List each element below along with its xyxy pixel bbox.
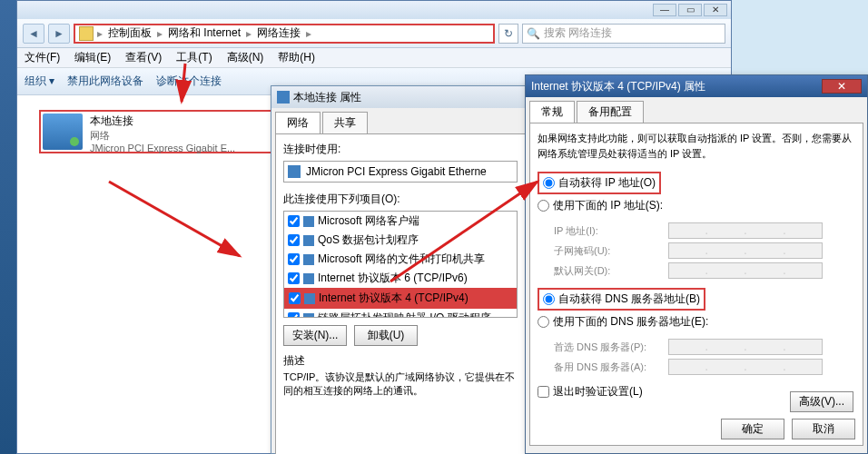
subnet-field[interactable]: ... — [668, 242, 823, 259]
local-connection-properties-dialog: 本地连接 属性 网络 共享 连接时使用: JMicron PCI Express… — [271, 85, 530, 454]
checkbox[interactable] — [288, 253, 300, 265]
connection-item[interactable]: 本地连接 网络 JMicron PCI Express Gigabit E... — [39, 110, 275, 153]
cancel-button[interactable]: 取消 — [792, 419, 855, 439]
items-label: 此连接使用下列项目(O): — [283, 192, 518, 207]
static-ip-radio-row[interactable]: 使用下面的 IP 地址(S): — [538, 196, 855, 215]
install-button[interactable]: 安装(N)... — [283, 325, 347, 346]
refresh-button[interactable]: ↻ — [498, 24, 518, 44]
auto-dns-radio-row[interactable]: 自动获得 DNS 服务器地址(B) — [538, 288, 705, 311]
tab-alternate[interactable]: 备用配置 — [577, 101, 644, 123]
item-label: Microsoft 网络的文件和打印机共享 — [318, 252, 485, 267]
gateway-field[interactable]: ... — [668, 262, 823, 279]
auto-dns-radio[interactable] — [543, 293, 555, 305]
menu-view[interactable]: 查看(V) — [125, 50, 162, 65]
connect-using-label: 连接时使用: — [283, 142, 518, 157]
protocol-icon — [304, 293, 315, 304]
adapter-icon — [288, 165, 301, 178]
dialog-titlebar: Internet 协议版本 4 (TCP/IPv4) 属性 ✕ — [526, 75, 867, 97]
search-input[interactable]: 🔍 搜索 网络连接 — [522, 24, 725, 44]
minimize-button[interactable]: — — [653, 4, 676, 16]
menu-bar: 文件(F) 编辑(E) 查看(V) 工具(T) 高级(N) 帮助(H) — [17, 48, 731, 68]
menu-tools[interactable]: 工具(T) — [176, 50, 212, 65]
checkbox[interactable] — [288, 312, 300, 318]
close-button[interactable]: ✕ — [704, 4, 727, 16]
item-label: Internet 协议版本 4 (TCP/IPv4) — [319, 291, 469, 306]
client-icon — [303, 216, 314, 227]
list-item-ipv4[interactable]: Internet 协议版本 4 (TCP/IPv4) — [284, 288, 517, 309]
organize-button[interactable]: 组织 ▾ — [25, 74, 54, 89]
maximize-button[interactable]: ▭ — [678, 4, 702, 16]
protocol-list[interactable]: Microsoft 网络客户端 QoS 数据包计划程序 Microsoft 网络… — [283, 211, 518, 318]
menu-help[interactable]: 帮助(H) — [278, 50, 315, 65]
static-ip-label: 使用下面的 IP 地址(S): — [553, 198, 663, 213]
ipv4-properties-dialog: Internet 协议版本 4 (TCP/IPv4) 属性 ✕ 常规 备用配置 … — [525, 74, 868, 454]
uninstall-button[interactable]: 卸载(U) — [354, 325, 418, 346]
tab-network[interactable]: 网络 — [275, 112, 321, 133]
subnet-label: 子网掩码(U): — [554, 244, 663, 258]
ip-radio-group: 自动获得 IP 地址(O) 使用下面的 IP 地址(S): — [538, 172, 855, 215]
breadcrumb[interactable]: ▸ 控制面板 ▸ 网络和 Internet ▸ 网络连接 ▸ — [74, 24, 495, 44]
advanced-button[interactable]: 高级(V)... — [790, 391, 853, 412]
gateway-label: 默认网关(D): — [554, 264, 663, 278]
static-dns-radio-row[interactable]: 使用下面的 DNS 服务器地址(E): — [538, 312, 855, 331]
crumb-sep: ▸ — [244, 27, 253, 40]
validate-label: 退出时验证设置(L) — [553, 384, 643, 400]
disable-device-button[interactable]: 禁用此网络设备 — [67, 74, 143, 89]
list-item[interactable]: Internet 协议版本 6 (TCP/IPv6) — [284, 269, 517, 288]
tab-sharing[interactable]: 共享 — [322, 112, 368, 133]
driver-icon — [303, 313, 314, 319]
window-titlebar: — ▭ ✕ — [17, 1, 731, 19]
address-bar: ◄ ► ▸ 控制面板 ▸ 网络和 Internet ▸ 网络连接 ▸ ↻ 🔍 搜… — [17, 19, 731, 48]
protocol-icon — [303, 273, 314, 284]
search-icon: 🔍 — [527, 27, 540, 40]
tabs: 网络 共享 — [275, 112, 526, 133]
tab-general[interactable]: 常规 — [529, 101, 575, 123]
checkbox[interactable] — [288, 234, 300, 246]
crumb-network-internet[interactable]: 网络和 Internet — [166, 25, 242, 41]
static-dns-radio[interactable] — [538, 316, 549, 328]
connection-name: 本地连接 — [90, 114, 235, 129]
network-adapter-icon — [43, 114, 83, 150]
tab-panel: 如果网络支持此功能，则可以获取自动指派的 IP 设置。否则，您需要从网络系统管理… — [529, 123, 863, 446]
hint-text: 如果网络支持此功能，则可以获取自动指派的 IP 设置。否则，您需要从网络系统管理… — [538, 131, 855, 161]
pref-dns-field[interactable]: ... — [668, 339, 823, 355]
checkbox[interactable] — [289, 292, 301, 304]
adapter-box: JMicron PCI Express Gigabit Etherne — [283, 161, 518, 183]
menu-file[interactable]: 文件(F) — [25, 50, 60, 65]
ok-button[interactable]: 确定 — [721, 419, 784, 439]
service-icon — [303, 254, 314, 265]
back-button[interactable]: ◄ — [23, 24, 44, 44]
auto-ip-label: 自动获得 IP 地址(O) — [558, 175, 656, 191]
auto-ip-radio-row[interactable]: 自动获得 IP 地址(O) — [538, 172, 661, 194]
crumb-control-panel[interactable]: 控制面板 — [106, 25, 153, 41]
crumb-network-connections[interactable]: 网络连接 — [255, 25, 302, 41]
list-item[interactable]: 链路层拓扑发现映射器 I/O 驱动程序 — [284, 309, 517, 318]
connection-type: 网络 — [90, 129, 235, 143]
tab-panel: 连接时使用: JMicron PCI Express Gigabit Ether… — [275, 133, 526, 454]
checkbox[interactable] — [288, 272, 300, 284]
auto-ip-radio[interactable] — [543, 177, 555, 189]
list-item[interactable]: QoS 数据包计划程序 — [284, 231, 517, 250]
alt-dns-field[interactable]: ... — [668, 359, 823, 375]
menu-edit[interactable]: 编辑(E) — [74, 50, 111, 65]
forward-button[interactable]: ► — [48, 24, 70, 44]
validate-checkbox[interactable] — [538, 386, 549, 398]
dns-radio-group: 自动获得 DNS 服务器地址(B) 使用下面的 DNS 服务器地址(E): — [538, 288, 855, 331]
button-row: 安装(N)... 卸载(U) — [283, 325, 518, 346]
list-item[interactable]: Microsoft 网络客户端 — [284, 212, 517, 231]
tabs: 常规 备用配置 — [529, 101, 863, 123]
item-label: Internet 协议版本 6 (TCP/IPv6) — [318, 271, 468, 286]
ip-fields: IP 地址(I):... 子网掩码(U):... 默认网关(D):... — [554, 222, 855, 279]
crumb-sep: ▸ — [155, 27, 164, 40]
static-ip-radio[interactable] — [538, 200, 549, 212]
connection-adapter: JMicron PCI Express Gigabit E... — [90, 143, 235, 153]
close-button[interactable]: ✕ — [822, 79, 862, 94]
list-item[interactable]: Microsoft 网络的文件和打印机共享 — [284, 250, 517, 269]
checkbox[interactable] — [288, 215, 300, 227]
menu-advanced[interactable]: 高级(N) — [227, 50, 264, 65]
dns-fields: 首选 DNS 服务器(P):... 备用 DNS 服务器(A):... — [554, 339, 855, 375]
ip-address-field[interactable]: ... — [668, 222, 823, 239]
auto-dns-label: 自动获得 DNS 服务器地址(B) — [558, 291, 700, 307]
static-dns-label: 使用下面的 DNS 服务器地址(E): — [553, 314, 708, 330]
diagnose-button[interactable]: 诊断这个连接 — [156, 74, 222, 89]
